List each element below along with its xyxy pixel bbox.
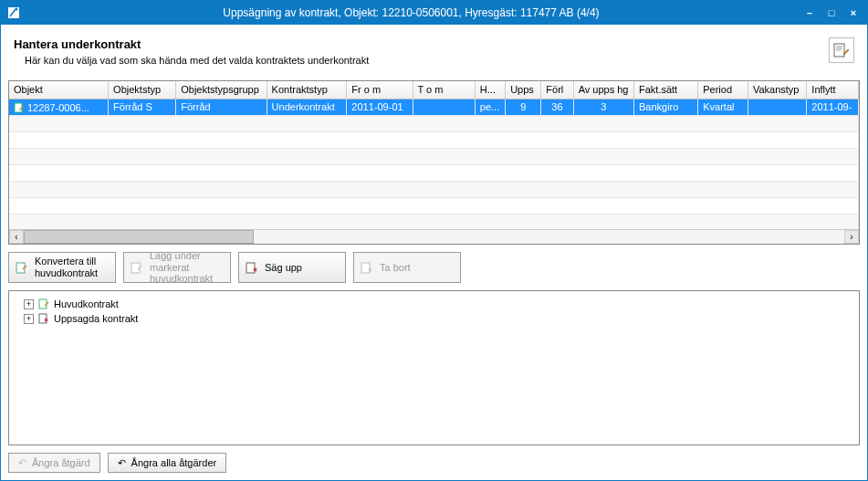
- contract-tree: + Huvudkontrakt + Uppsagda kontrakt: [8, 290, 860, 445]
- svg-point-1: [16, 8, 18, 11]
- col-from[interactable]: Fr o m: [347, 81, 413, 99]
- tree-item-huvudkontrakt[interactable]: + Huvudkontrakt: [15, 297, 853, 311]
- grid-body: 12287-0006... Förråd S Förråd Underkontr…: [9, 99, 859, 229]
- remove-icon: [360, 260, 374, 275]
- cell-period: Kvartal: [698, 99, 748, 116]
- table-row-empty: [9, 214, 859, 229]
- cell-objektstyp: Förråd S: [109, 99, 176, 116]
- content-area: Hantera underkontrakt Här kan du välja v…: [1, 25, 867, 480]
- grid-header-row: Objekt Objektstyp Objektstypsgrupp Kontr…: [9, 81, 859, 99]
- undo-icon: ↶: [18, 457, 26, 469]
- col-h[interactable]: H...: [476, 81, 506, 99]
- svg-rect-3: [15, 103, 22, 112]
- scroll-track[interactable]: [24, 230, 844, 244]
- col-upps[interactable]: Upps: [506, 81, 541, 99]
- terminated-doc-icon: [37, 312, 50, 325]
- undo-all-button[interactable]: ↶ Ångra alla åtgärder: [108, 453, 227, 473]
- footer-bar: ↶ Ångra åtgärd ↶ Ångra alla åtgärder: [8, 451, 860, 473]
- undo-all-icon: ↶: [118, 457, 126, 469]
- cell-vakanstyp: [748, 99, 807, 116]
- cell-from: 2011-09-01: [347, 99, 413, 116]
- table-row-empty: [9, 198, 859, 214]
- cell-forl: 36: [541, 99, 573, 116]
- row-edit-icon: [14, 102, 25, 113]
- col-inflytt[interactable]: Inflytt: [807, 81, 859, 99]
- cell-inflytt: 2011-09-: [807, 99, 859, 116]
- remove-label: Ta bort: [380, 262, 455, 274]
- cell-h: pe...: [476, 99, 506, 116]
- col-period[interactable]: Period: [698, 81, 748, 99]
- scroll-left-icon[interactable]: ‹: [9, 230, 24, 244]
- col-vakanstyp[interactable]: Vakanstyp: [748, 81, 807, 99]
- svg-rect-7: [361, 263, 370, 273]
- col-objektstypsgrupp[interactable]: Objektstypsgrupp: [176, 81, 267, 99]
- cell-objektstypsgrupp: Förråd: [176, 99, 267, 116]
- terminate-label: Säg upp: [265, 262, 340, 274]
- titlebar: Uppsägning av kontrakt, Objekt: 12210-05…: [1, 1, 867, 25]
- convert-button[interactable]: Konvertera till huvudkontrakt: [8, 252, 116, 283]
- cell-objekt: 12287-0006...: [27, 102, 89, 113]
- convert-label: Konvertera till huvudkontrakt: [35, 256, 110, 278]
- window-title: Uppsägning av kontrakt, Objekt: 12210-05…: [26, 6, 796, 19]
- terminate-button[interactable]: Säg upp: [238, 252, 346, 283]
- remove-button: Ta bort: [353, 252, 461, 283]
- edit-contract-icon: [829, 37, 854, 63]
- undo-all-label: Ångra alla åtgärder: [131, 457, 217, 468]
- page-subtitle: Här kan du välja vad som ska hända med d…: [25, 55, 829, 66]
- col-faktsatt[interactable]: Fakt.sätt: [634, 81, 698, 99]
- cell-kontraktstyp: Underkontrakt: [267, 99, 348, 116]
- app-icon: [6, 5, 21, 20]
- maximize-button[interactable]: □: [823, 5, 840, 21]
- table-row-empty: [9, 165, 859, 182]
- col-forl[interactable]: Förl: [541, 81, 573, 99]
- col-avuppshg[interactable]: Av upps hg: [574, 81, 634, 99]
- table-row-empty: [9, 182, 859, 198]
- place-under-button: Lägg under markerat huvudkontrakt: [123, 252, 231, 283]
- undo-label: Ångra åtgärd: [32, 457, 90, 468]
- subcontract-grid: Objekt Objektstyp Objektstypsgrupp Kontr…: [8, 80, 860, 245]
- scroll-thumb[interactable]: [24, 230, 254, 244]
- col-tom[interactable]: T o m: [413, 81, 476, 99]
- contract-doc-icon: [37, 298, 50, 310]
- cell-avuppshg: 3: [574, 99, 634, 116]
- action-button-row: Konvertera till huvudkontrakt Lägg under…: [8, 250, 860, 285]
- horizontal-scrollbar[interactable]: ‹ ›: [9, 229, 859, 244]
- place-under-icon: [130, 260, 144, 275]
- cell-tom: [413, 99, 476, 116]
- scroll-right-icon[interactable]: ›: [844, 230, 859, 244]
- table-row-empty: [9, 116, 859, 132]
- close-button[interactable]: ×: [845, 5, 862, 21]
- tree-label: Uppsagda kontrakt: [54, 313, 138, 324]
- page-title: Hantera underkontrakt: [14, 37, 829, 51]
- col-kontraktstyp[interactable]: Kontraktstyp: [267, 81, 348, 99]
- expand-icon[interactable]: +: [24, 314, 34, 324]
- minimize-button[interactable]: –: [801, 5, 818, 21]
- svg-rect-8: [39, 299, 47, 308]
- convert-icon: [15, 260, 29, 275]
- page-header: Hantera underkontrakt Här kan du välja v…: [8, 32, 860, 75]
- window-controls: – □ ×: [801, 5, 862, 21]
- cell-faktsatt: Bankgiro: [634, 99, 698, 116]
- tree-item-uppsagda[interactable]: + Uppsagda kontrakt: [15, 311, 853, 326]
- svg-rect-6: [246, 263, 255, 273]
- table-row-empty: [9, 149, 859, 165]
- place-under-label: Lägg under markerat huvudkontrakt: [150, 250, 225, 285]
- table-row[interactable]: 12287-0006... Förråd S Förråd Underkontr…: [9, 99, 859, 116]
- col-objekt[interactable]: Objekt: [9, 81, 109, 99]
- table-row-empty: [9, 132, 859, 149]
- undo-button: ↶ Ångra åtgärd: [8, 453, 100, 473]
- expand-icon[interactable]: +: [24, 299, 34, 309]
- terminate-icon: [245, 260, 259, 275]
- tree-label: Huvudkontrakt: [54, 298, 119, 309]
- cell-upps: 9: [506, 99, 541, 116]
- col-objektstyp[interactable]: Objektstyp: [109, 81, 176, 99]
